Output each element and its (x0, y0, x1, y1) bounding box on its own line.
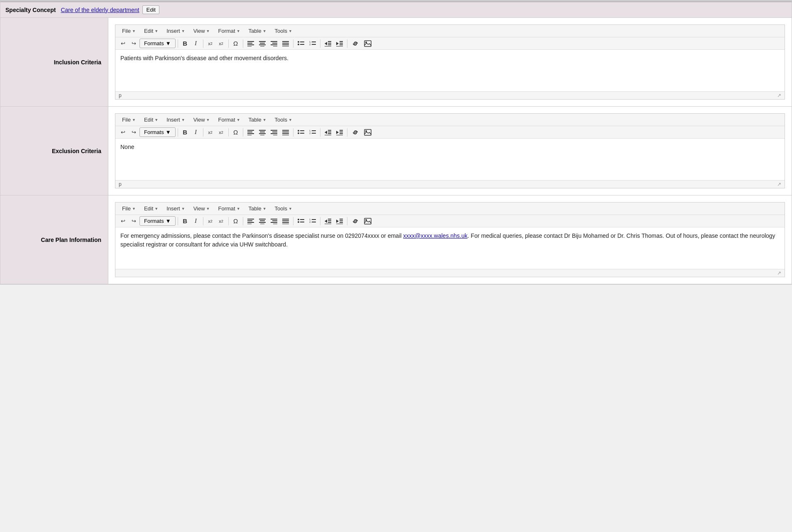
svg-rect-62 (328, 130, 331, 131)
care-tools-chevron-icon: ▼ (288, 207, 292, 211)
exclusion-italic-button[interactable]: I (191, 127, 201, 137)
inclusion-menu-edit[interactable]: Edit ▼ (141, 27, 161, 35)
exclusion-menu-file[interactable]: File ▼ (119, 115, 139, 124)
careplan-num-list-button[interactable]: 1.2. (307, 217, 318, 225)
careplan-subscript-button[interactable]: x2 (205, 217, 215, 225)
exclusion-formats-button[interactable]: Formats ▼ (139, 127, 176, 137)
svg-rect-95 (312, 219, 316, 220)
inclusion-num-list-button[interactable]: 1.2. (307, 39, 318, 48)
exclusion-bullet-list-button[interactable] (296, 128, 306, 137)
careplan-align-center-button[interactable] (257, 217, 268, 225)
careplan-formats-button[interactable]: Formats ▼ (139, 216, 176, 226)
careplan-email-link[interactable]: xxxx@xxxx.wales.nhs.uk (403, 232, 467, 239)
exclusion-omega-button[interactable]: Ω (231, 127, 241, 137)
exclusion-menu-table[interactable]: Table ▼ (245, 115, 270, 124)
inclusion-subscript-button[interactable]: x2 (205, 40, 215, 47)
svg-rect-43 (259, 133, 266, 134)
careplan-bullet-list-button[interactable] (296, 217, 306, 225)
inclusion-formats-button[interactable]: Formats ▼ (139, 39, 176, 48)
inclusion-menu-tools[interactable]: Tools ▼ (271, 27, 296, 35)
careplan-menu-edit[interactable]: Edit ▼ (141, 204, 161, 213)
careplan-italic-button[interactable]: I (191, 216, 201, 226)
inclusion-redo-button[interactable]: ↪ (129, 39, 139, 48)
inclusion-align-center-button[interactable] (257, 39, 268, 48)
exclusion-resize-handle[interactable]: ↗ (777, 181, 781, 187)
inclusion-undo-button[interactable]: ↩ (118, 39, 128, 48)
specialty-edit-button[interactable]: Edit (142, 5, 159, 14)
careplan-outdent-button[interactable] (323, 217, 333, 225)
svg-rect-64 (328, 133, 331, 134)
inclusion-menu-view[interactable]: View ▼ (190, 27, 213, 35)
careplan-link-button[interactable] (350, 217, 361, 225)
exclusion-align-left-button[interactable] (245, 128, 256, 137)
inclusion-resize-handle[interactable]: ↗ (777, 93, 781, 98)
exclusion-menu-view[interactable]: View ▼ (190, 115, 213, 124)
exclusion-menu-edit[interactable]: Edit ▼ (141, 115, 161, 124)
inclusion-menu-table[interactable]: Table ▼ (245, 27, 270, 35)
careplan-redo-button[interactable]: ↪ (129, 217, 139, 225)
exclusion-redo-button[interactable]: ↪ (129, 128, 139, 137)
inclusion-align-right-button[interactable] (269, 39, 279, 48)
exclusion-align-justify-button[interactable] (280, 128, 291, 137)
inclusion-menu-insert[interactable]: Insert ▼ (163, 27, 188, 35)
careplan-align-right-button[interactable] (269, 217, 279, 225)
inclusion-align-justify-button[interactable] (280, 39, 291, 48)
exclusion-align-center-button[interactable] (257, 128, 268, 137)
svg-rect-83 (272, 220, 277, 221)
svg-rect-35 (364, 41, 371, 46)
careplan-indent-button[interactable] (334, 217, 345, 225)
inclusion-image-button[interactable] (362, 39, 374, 48)
svg-rect-102 (325, 224, 331, 224)
inclusion-outdent-button[interactable] (323, 39, 333, 48)
careplan-menu-file[interactable]: File ▼ (119, 204, 139, 213)
careplan-align-left-button[interactable] (245, 217, 256, 225)
careplan-menu-view[interactable]: View ▼ (190, 204, 213, 213)
careplan-resize-handle[interactable]: ↗ (777, 270, 781, 276)
exclusion-indent-button[interactable] (334, 128, 345, 137)
careplan-align-justify-button[interactable] (280, 217, 291, 225)
careplan-bold-button[interactable]: B (180, 216, 190, 226)
careplan-menu-insert[interactable]: Insert ▼ (163, 204, 188, 213)
inclusion-omega-button[interactable]: Ω (231, 39, 241, 48)
inclusion-indent-button[interactable] (334, 39, 345, 48)
careplan-image-button[interactable] (362, 217, 374, 226)
inclusion-menu-format[interactable]: Format ▼ (215, 27, 244, 35)
exclusion-image-button[interactable] (362, 128, 374, 137)
svg-rect-13 (282, 43, 289, 44)
svg-point-92 (298, 221, 299, 223)
careplan-undo-button[interactable]: ↩ (118, 217, 128, 225)
exclusion-menu-format[interactable]: Format ▼ (215, 115, 244, 124)
exclusion-align-right-button[interactable] (269, 128, 279, 137)
inclusion-criteria-label: Inclusion Criteria (0, 18, 108, 106)
careplan-superscript-button[interactable]: x2 (216, 217, 226, 225)
exclusion-bold-button[interactable]: B (180, 127, 190, 137)
inclusion-menu-file[interactable]: File ▼ (119, 27, 139, 35)
exclusion-content[interactable]: None (115, 139, 785, 180)
exclusion-subscript-button[interactable]: x2 (205, 129, 215, 136)
specialty-row: Specialty Concept Care of the elderly de… (0, 2, 792, 18)
exclusion-menu-insert[interactable]: Insert ▼ (163, 115, 188, 124)
exclusion-superscript-button[interactable]: x2 (216, 129, 226, 136)
careplan-toolbar: ↩ ↪ Formats ▼ B I x2 x2 Ω (115, 215, 785, 227)
svg-rect-76 (247, 222, 254, 223)
exclusion-num-list-button[interactable]: 1.2. (307, 128, 318, 137)
inclusion-bold-button[interactable]: B (180, 39, 190, 48)
careplan-content[interactable]: For emergency admissions, please contact… (115, 227, 785, 269)
exclusion-outdent-button[interactable] (323, 128, 333, 137)
svg-rect-48 (273, 135, 277, 135)
careplan-menu-table[interactable]: Table ▼ (245, 204, 270, 213)
exclusion-menu-tools[interactable]: Tools ▼ (271, 115, 296, 124)
inclusion-superscript-button[interactable]: x2 (216, 40, 226, 47)
exclusion-link-button[interactable] (350, 128, 361, 137)
inclusion-bullet-list-button[interactable] (296, 39, 306, 48)
specialty-link[interactable]: Care of the elderly department (61, 7, 139, 13)
inclusion-link-button[interactable] (350, 39, 361, 48)
careplan-menu-format[interactable]: Format ▼ (215, 204, 244, 213)
svg-point-53 (298, 130, 299, 132)
careplan-omega-button[interactable]: Ω (231, 216, 241, 226)
inclusion-italic-button[interactable]: I (191, 39, 201, 48)
inclusion-align-left-button[interactable] (245, 39, 256, 48)
exclusion-undo-button[interactable]: ↩ (118, 128, 128, 137)
inclusion-content[interactable]: Patients with Parkinson's disease and ot… (115, 50, 785, 91)
careplan-menu-tools[interactable]: Tools ▼ (271, 204, 296, 213)
